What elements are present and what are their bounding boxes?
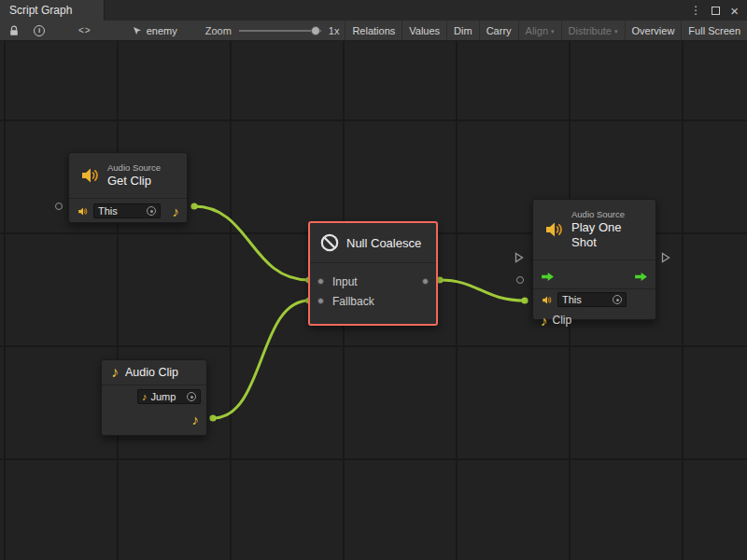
graph-toolbar: i <> enemy Zoom 1x Relations Values Dim … bbox=[0, 21, 747, 41]
target-row: This ♪ bbox=[69, 199, 187, 223]
object-picker-icon[interactable] bbox=[147, 206, 156, 216]
clip-output-port[interactable]: ♪ bbox=[173, 204, 180, 218]
audio-clip-icon: ♪ bbox=[142, 392, 148, 402]
clip-input-port[interactable]: ♪ bbox=[541, 314, 548, 328]
node-category: Audio Source bbox=[571, 209, 646, 220]
zoom-slider-handle[interactable] bbox=[311, 26, 320, 35]
null-coalesce-icon bbox=[319, 232, 340, 253]
node-title: Play One Shot bbox=[571, 220, 646, 251]
fallback-port-label: Fallback bbox=[332, 295, 374, 308]
maximize-icon[interactable] bbox=[712, 7, 720, 15]
playoneshot-target-outer-port[interactable] bbox=[516, 276, 524, 284]
node-category: Audio Source bbox=[107, 162, 161, 174]
divider bbox=[533, 259, 655, 260]
node-title: Get Clip bbox=[107, 174, 161, 189]
target-object-field[interactable]: This bbox=[93, 203, 161, 218]
port-rows: Input Fallback bbox=[310, 263, 436, 311]
fallback-port-row: Fallback bbox=[310, 291, 436, 311]
graph-breadcrumb[interactable]: enemy bbox=[133, 25, 177, 36]
node-header: ♪ Audio Clip bbox=[102, 360, 206, 385]
zoom-value: 1x bbox=[329, 25, 340, 36]
zoom-slider-track bbox=[239, 30, 321, 32]
relations-button[interactable]: Relations bbox=[345, 21, 402, 40]
node-title: Audio Clip bbox=[125, 366, 178, 379]
control-output-outer-port[interactable] bbox=[661, 252, 670, 263]
audio-clip-object-field[interactable]: ♪ Jump bbox=[137, 389, 201, 404]
control-port-row bbox=[533, 264, 655, 288]
tab-script-graph[interactable]: Script Graph bbox=[0, 0, 105, 21]
audio-source-icon bbox=[77, 205, 89, 217]
lock-icon[interactable] bbox=[9, 25, 19, 36]
graph-canvas[interactable]: Audio Source Get Clip This ♪ bbox=[0, 41, 747, 560]
fallback-port[interactable] bbox=[317, 298, 324, 304]
node-audio-clip[interactable]: ♪ Audio Clip ♪ Jump ♪ bbox=[101, 359, 207, 436]
clip-port-label: Clip bbox=[553, 314, 572, 327]
node-audio-source-get-clip[interactable]: Audio Source Get Clip This ♪ bbox=[68, 152, 188, 223]
result-output-port[interactable] bbox=[422, 278, 429, 285]
wire-endpoint[interactable] bbox=[521, 297, 528, 303]
zoom-label: Zoom bbox=[205, 25, 232, 36]
audio-source-icon bbox=[541, 294, 553, 306]
wire-audioclip-to-fallback[interactable] bbox=[213, 301, 309, 418]
unity-editor-window: Script Graph ⋮ × i <> enemy Zoom 1x Rela… bbox=[0, 0, 747, 560]
control-input-outer-port[interactable] bbox=[514, 252, 524, 263]
node-header: Audio Source Get Clip bbox=[69, 153, 187, 198]
audio-source-icon bbox=[78, 164, 101, 187]
chevron-down-icon: ▾ bbox=[614, 28, 618, 35]
node-header: Audio Source Play One Shot bbox=[533, 200, 655, 259]
input-port-label: Input bbox=[332, 275, 358, 288]
control-input-arrow-icon[interactable] bbox=[541, 272, 555, 282]
object-picker-icon[interactable] bbox=[187, 392, 196, 401]
overview-button[interactable]: Overview bbox=[625, 21, 682, 40]
node-null-coalesce[interactable]: Null Coalesce Input Fallback bbox=[308, 221, 438, 326]
chevron-down-icon: ▾ bbox=[551, 28, 555, 35]
dim-button[interactable]: Dim bbox=[446, 21, 479, 40]
audio-source-icon bbox=[543, 218, 565, 241]
node-audio-source-play-one-shot[interactable]: Audio Source Play One Shot This bbox=[532, 199, 656, 320]
toolbar-buttons: Relations Values Dim Carry Align▾ Distri… bbox=[345, 21, 747, 40]
zoom-slider[interactable] bbox=[239, 25, 321, 36]
code-icon[interactable]: <> bbox=[78, 25, 92, 35]
getclip-target-outer-port[interactable] bbox=[55, 203, 63, 210]
align-button[interactable]: Align▾ bbox=[518, 21, 561, 40]
wire-endpoint[interactable] bbox=[190, 203, 197, 209]
output-row: ♪ bbox=[102, 408, 206, 430]
target-row: This bbox=[533, 289, 655, 310]
tab-title: Script Graph bbox=[9, 4, 72, 17]
target-object-field[interactable]: This bbox=[557, 292, 627, 307]
window-controls: ⋮ × bbox=[690, 0, 747, 21]
clip-output-port[interactable]: ♪ bbox=[192, 413, 200, 427]
clip-input-row: ♪ Clip bbox=[533, 310, 655, 330]
target-value: This bbox=[562, 294, 609, 305]
control-output-arrow-icon[interactable] bbox=[634, 272, 648, 282]
input-port-row: Input bbox=[310, 272, 436, 291]
menu-icon[interactable]: ⋮ bbox=[690, 5, 701, 16]
graph-name: enemy bbox=[147, 25, 177, 36]
target-value: This bbox=[98, 205, 143, 217]
input-port[interactable] bbox=[317, 278, 324, 285]
node-header: Null Coalesce bbox=[310, 223, 436, 262]
node-title: Null Coalesce bbox=[346, 236, 421, 250]
wire-endpoint[interactable] bbox=[209, 414, 216, 421]
audio-clip-value: Jump bbox=[151, 391, 184, 402]
graph-asset-icon bbox=[133, 26, 142, 35]
values-button[interactable]: Values bbox=[402, 21, 446, 40]
wire-output-to-clip[interactable] bbox=[440, 280, 525, 301]
tab-bar: Script Graph ⋮ × bbox=[0, 0, 747, 21]
object-picker-icon[interactable] bbox=[613, 295, 622, 304]
value-row: ♪ Jump bbox=[102, 385, 206, 408]
wire-getclip-to-input[interactable] bbox=[194, 206, 309, 280]
fullscreen-button[interactable]: Full Screen bbox=[681, 21, 747, 40]
distribute-button[interactable]: Distribute▾ bbox=[561, 21, 625, 40]
audio-clip-icon: ♪ bbox=[111, 365, 119, 380]
carry-button[interactable]: Carry bbox=[479, 21, 518, 40]
close-icon[interactable]: × bbox=[730, 4, 739, 18]
info-icon[interactable]: i bbox=[34, 25, 45, 36]
